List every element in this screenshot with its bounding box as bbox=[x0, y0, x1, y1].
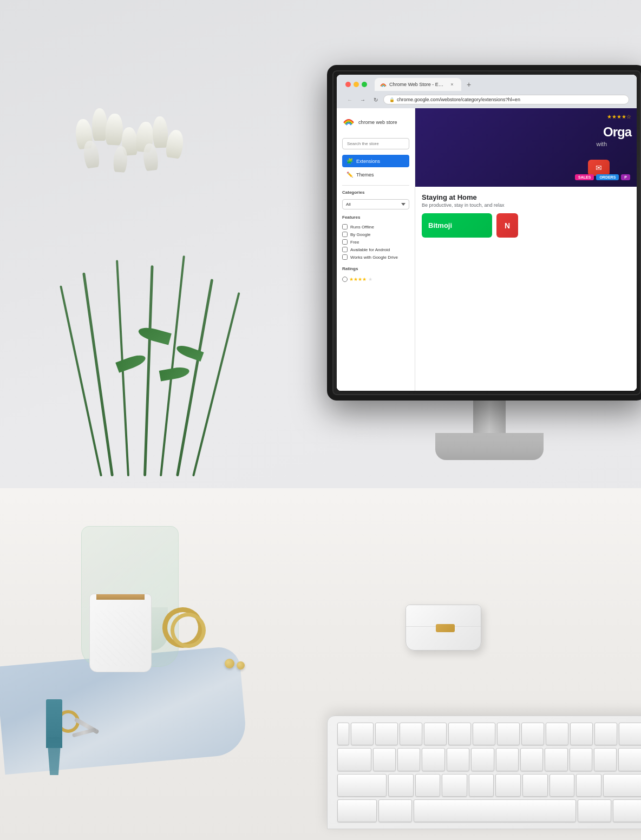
extensions-label: Extensions bbox=[356, 159, 380, 164]
traffic-lights bbox=[341, 80, 371, 89]
staying-home-title: Staying at Home bbox=[422, 193, 630, 201]
second-app-card[interactable]: N bbox=[496, 213, 518, 238]
by-google-checkbox[interactable] bbox=[342, 232, 348, 237]
by-google-label: By Google bbox=[350, 232, 370, 237]
staying-home-subtitle: Be productive, stay in touch, and relax bbox=[422, 202, 630, 208]
address-bar[interactable]: 🔒 chrome.google.com/webstore/category/ex… bbox=[383, 95, 629, 104]
monitor-stand-base bbox=[435, 433, 544, 460]
lock-icon: 🔒 bbox=[389, 97, 395, 102]
ratings-label: Ratings bbox=[342, 266, 409, 271]
bitmoji-label: Bitmoji bbox=[428, 221, 452, 229]
runs-offline-label: Runs Offline bbox=[350, 225, 374, 229]
gold-bangles bbox=[162, 607, 217, 661]
browser-window: Chrome Web Store - Extension × + ← → ↻ bbox=[337, 75, 637, 391]
cws-logo-text: chrome web store bbox=[358, 120, 397, 126]
second-app-icon: N bbox=[505, 221, 510, 230]
nav-extensions[interactable]: 🧩 Extensions bbox=[342, 155, 409, 167]
feature-google-drive[interactable]: Works with Google Drive bbox=[342, 253, 409, 261]
themes-icon: ✏️ bbox=[346, 172, 353, 178]
close-button-dot[interactable] bbox=[345, 82, 351, 87]
url-text: chrome.google.com/webstore/category/exte… bbox=[397, 97, 520, 102]
banner-tag-sales: SALES bbox=[575, 174, 594, 180]
cws-main-content: ‹ ★★★★☆ Orga with ✉ bbox=[415, 108, 637, 391]
rating-radio[interactable] bbox=[342, 277, 348, 282]
android-label: Available for Android bbox=[350, 247, 390, 252]
banner-tag-p: P bbox=[621, 174, 630, 180]
banner-title: Orga bbox=[603, 124, 631, 140]
banner-app-icon: ✉ bbox=[588, 160, 610, 176]
minimize-button-dot[interactable] bbox=[354, 82, 359, 87]
staying-home-section: Staying at Home Be productive, stay in t… bbox=[415, 187, 637, 244]
extensions-icon: 🧩 bbox=[346, 158, 353, 164]
active-tab[interactable]: Chrome Web Store - Extension × bbox=[375, 78, 461, 91]
tab-bar: Chrome Web Store - Extension × + bbox=[375, 78, 475, 91]
keyboard bbox=[327, 716, 641, 829]
cws-sidebar: chrome web store 🧩 Extensions ✏️ bbox=[337, 108, 415, 391]
android-checkbox[interactable] bbox=[342, 247, 348, 252]
cws-logo-icon bbox=[342, 116, 355, 129]
feature-by-google[interactable]: By Google bbox=[342, 231, 409, 238]
monitor-body: Chrome Web Store - Extension × + ← → ↻ bbox=[327, 65, 641, 401]
category-select[interactable]: All Accessibility Blogging Developer Too… bbox=[342, 199, 409, 209]
feature-runs-offline[interactable]: Runs Offline bbox=[342, 223, 409, 231]
google-drive-checkbox[interactable] bbox=[342, 254, 348, 260]
monitor-screen: Chrome Web Store - Extension × + ← → ↻ bbox=[337, 75, 637, 391]
stapler bbox=[405, 605, 481, 651]
tab-close-button[interactable]: × bbox=[448, 81, 456, 88]
feature-free[interactable]: Free bbox=[342, 238, 409, 246]
earrings bbox=[225, 659, 257, 686]
keys-with-tassel bbox=[46, 699, 116, 786]
browser-chrome: Chrome Web Store - Extension × + ← → ↻ bbox=[337, 75, 637, 108]
search-input[interactable] bbox=[342, 138, 409, 149]
categories-label: Categories bbox=[342, 190, 409, 195]
google-drive-label: Works with Google Drive bbox=[350, 255, 398, 260]
divider bbox=[342, 185, 409, 186]
nav-themes[interactable]: ✏️ Themes bbox=[342, 168, 409, 181]
address-bar-row: ← → ↻ 🔒 chrome.google.com/webstore/categ… bbox=[341, 92, 632, 108]
forward-button[interactable]: → bbox=[357, 94, 368, 105]
banner-stars: ★★★★☆ bbox=[607, 114, 631, 120]
runs-offline-checkbox[interactable] bbox=[342, 224, 348, 229]
stars-display: ★★★★★ bbox=[349, 275, 372, 283]
refresh-button[interactable]: ↻ bbox=[370, 94, 381, 105]
banner-with-text: with bbox=[596, 141, 607, 147]
banner-tag-orders: ORDERS bbox=[596, 174, 619, 180]
ratings-section: Ratings ★★★★★ bbox=[342, 266, 409, 284]
browser-content: chrome web store 🧩 Extensions ✏️ bbox=[337, 108, 637, 391]
monitor: Chrome Web Store - Extension × + ← → ↻ bbox=[327, 65, 641, 471]
tab-favicon bbox=[380, 81, 387, 88]
free-checkbox[interactable] bbox=[342, 239, 348, 245]
banner-tags: SALES ORDERS P bbox=[575, 174, 630, 180]
cws-logo: chrome web store bbox=[342, 114, 409, 131]
tulip-heads bbox=[54, 119, 238, 254]
back-button[interactable]: ← bbox=[344, 94, 355, 105]
feature-android[interactable]: Available for Android bbox=[342, 246, 409, 253]
candle-mug bbox=[89, 594, 152, 672]
bitmoji-card[interactable]: Bitmoji bbox=[422, 213, 492, 238]
app-cards-row: Bitmoji N bbox=[422, 213, 630, 238]
featured-banner: ★★★★☆ Orga with ✉ SALES ORDERS P bbox=[415, 108, 637, 187]
free-label: Free bbox=[350, 240, 359, 245]
tab-label: Chrome Web Store - Extension bbox=[389, 82, 446, 87]
maximize-button-dot[interactable] bbox=[362, 82, 367, 87]
new-tab-button[interactable]: + bbox=[462, 78, 475, 91]
themes-label: Themes bbox=[356, 172, 374, 178]
features-label: Features bbox=[342, 215, 409, 220]
features-section: Features Runs Offline By Google bbox=[342, 215, 409, 261]
